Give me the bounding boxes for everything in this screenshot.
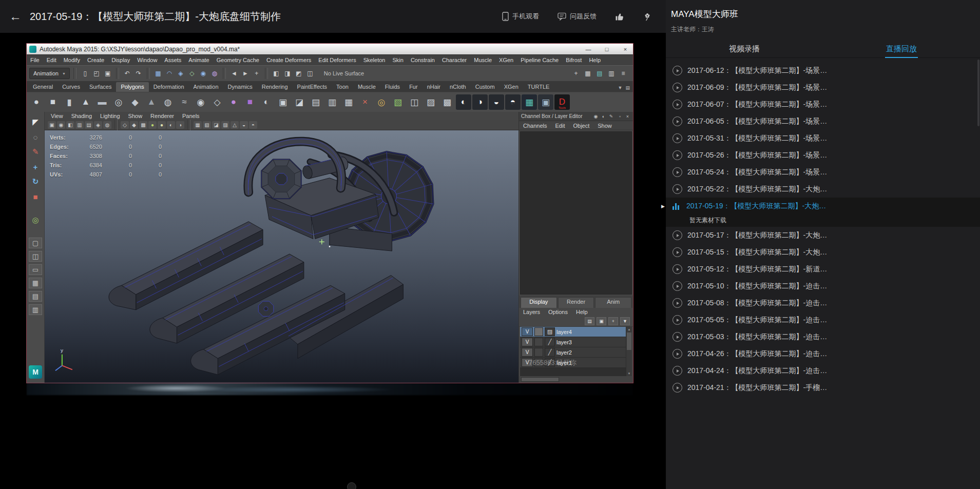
output-connections-icon[interactable]: ► [240, 68, 251, 79]
lock-camera-icon[interactable]: ◉ [57, 121, 65, 129]
hyperbolic-icon[interactable]: ✎ [608, 114, 614, 119]
layer-menu-options[interactable]: Options [544, 309, 572, 315]
episode-item[interactable]: 2017-05-12：【模型大师班第二期】-新道… [666, 261, 980, 278]
select-camera-icon[interactable]: ▣ [48, 121, 56, 129]
move-tool-icon[interactable]: + [29, 161, 42, 173]
uv-checker4-icon[interactable]: ◓ [505, 94, 521, 110]
exposure-icon[interactable]: ◒ [240, 121, 248, 129]
xray-joints-icon[interactable]: △ [230, 121, 239, 129]
layer-row-layer2[interactable]: V╱layer2 [520, 347, 626, 358]
panel-float-icon[interactable]: ▫ [617, 114, 623, 119]
platonic-solid-icon[interactable]: ◇ [209, 94, 225, 110]
poly-cube-icon[interactable]: ■ [45, 94, 61, 110]
episode-item[interactable]: 2017-06-12：【模型大师班第二期】-场景… [666, 62, 980, 79]
layer-visibility-toggle[interactable]: V [522, 338, 533, 346]
shelf-tab-polygons[interactable]: Polygons [116, 82, 148, 92]
layer-row-layer4[interactable]: V▨layer4 [520, 327, 626, 337]
layer-hscroll[interactable] [521, 377, 559, 382]
episode-item[interactable]: 2017-04-24：【模型大师班第二期】-迫击… [666, 362, 980, 379]
maya-menu-constrain[interactable]: Constrain [407, 55, 438, 65]
uv-grid-icon[interactable]: ▦ [522, 94, 537, 110]
scale-tool-icon[interactable]: ■ [29, 190, 42, 203]
poly-plane-icon[interactable]: ▬ [94, 94, 110, 110]
wireframe-icon[interactable]: ◇ [121, 121, 129, 129]
episode-item[interactable]: 2017-05-31：【模型大师班第二期】-场景… [666, 130, 980, 147]
crease-icon[interactable]: ▨ [423, 94, 438, 110]
layer-color-swatch-icon[interactable]: ╱ [545, 338, 555, 346]
close-button[interactable]: × [618, 44, 633, 54]
back-button[interactable]: ← [9, 10, 22, 23]
image-plane-icon[interactable]: ▤ [85, 121, 93, 129]
snap-surface-icon[interactable]: ◉ [198, 68, 208, 79]
ambient-occlusion-icon[interactable]: ◐ [167, 121, 175, 129]
scroll-up-icon[interactable]: ▲ [626, 327, 632, 332]
oversampling-icon[interactable]: ◍ [103, 121, 111, 129]
video-surface[interactable]: Autodesk Maya 2015: G:\XSJY\lesson\dapao… [0, 33, 666, 489]
episode-item[interactable]: 2017-05-17：【模型大师班第二期】-大炮… [666, 227, 980, 244]
layer-row-layer3[interactable]: V╱layer3 [520, 337, 626, 347]
episode-item[interactable]: 2017-06-07：【模型大师班第二期】-场景… [666, 96, 980, 113]
combine-icon[interactable]: ▣ [275, 94, 291, 110]
shelf-tab-general[interactable]: General [28, 82, 57, 92]
poly-prism-icon[interactable]: ◆ [127, 94, 143, 110]
maya-menu-bifrost[interactable]: Bifrost [562, 55, 585, 65]
motion-blur-icon[interactable]: ◑ [176, 121, 184, 129]
scroll-down-icon[interactable]: ▼ [626, 371, 632, 376]
paint-select-tool-icon[interactable]: ✎ [29, 146, 42, 158]
panel-menu-renderer[interactable]: Renderer [146, 113, 178, 119]
frame-icon[interactable]: ▣ [538, 94, 553, 110]
live-surface-icon[interactable]: ◍ [209, 68, 220, 79]
use-all-lights-icon[interactable]: ● [148, 121, 157, 129]
layer-visibility-toggle[interactable]: V [522, 348, 533, 357]
flower-button[interactable] [643, 12, 651, 21]
layer-scrollbar[interactable]: ▲ ▼ [626, 327, 632, 376]
select-tool-icon[interactable]: ◤ [29, 116, 42, 128]
shelf-tab-nhair[interactable]: nHair [422, 82, 445, 92]
bookmark-icon[interactable]: ▥ [75, 121, 84, 129]
shelf-tab-xgen[interactable]: XGen [499, 82, 523, 92]
snap-curve-icon[interactable]: ◠ [164, 68, 175, 79]
panel-close-icon[interactable]: × [624, 114, 631, 119]
normals-icon[interactable]: ▩ [439, 94, 455, 110]
rotate-tool-icon[interactable]: ↻ [29, 175, 42, 188]
xray-icon[interactable]: ▨ [221, 121, 229, 129]
scroll-thumb[interactable] [627, 332, 631, 350]
new-scene-icon[interactable]: ▯ [80, 68, 90, 79]
grid-toggle-icon[interactable]: ▦ [583, 68, 593, 79]
maya-menu-create-deformers[interactable]: Create Deformers [263, 55, 315, 65]
3d-viewport[interactable]: Verts:327600Edges:652000Faces:330800Tris… [45, 130, 518, 383]
uv-checker3-icon[interactable]: ◒ [489, 94, 504, 110]
shelf-tab-fluids[interactable]: Fluids [380, 82, 405, 92]
menu-toggle-icon[interactable]: ≡ [618, 68, 628, 79]
maya-menu-edit[interactable]: Edit [43, 55, 60, 65]
panel-menu-view[interactable]: View [47, 113, 67, 119]
layer-tab-anim[interactable]: Anim [595, 297, 631, 308]
episode-item[interactable]: 2017-05-26：【模型大师班第二期】-场景… [666, 147, 980, 164]
uv-checker2-icon[interactable]: ◑ [472, 94, 488, 110]
undo-icon[interactable]: ↶ [122, 68, 132, 79]
show-manipulator-icon[interactable]: + [571, 68, 581, 79]
layer-tab-display[interactable]: Display [521, 297, 557, 308]
textured-icon[interactable]: ▩ [139, 121, 147, 129]
maya-menu-character[interactable]: Character [438, 55, 470, 65]
uv-checker1-icon[interactable]: ◐ [456, 94, 471, 110]
maya-logo-icon[interactable]: M [29, 365, 42, 379]
panel-menu-lighting[interactable]: Lighting [96, 113, 124, 119]
shelf-tab-curves[interactable]: Curves [57, 82, 85, 92]
quad-dra w-icon[interactable]: ▧ [390, 94, 406, 110]
layer-menu-help[interactable]: Help [572, 309, 592, 315]
shelf-tab-dynamics[interactable]: Dynamics [223, 82, 257, 92]
layout-three-split-icon[interactable]: ▤ [29, 291, 42, 302]
layer-from-selected-icon[interactable]: ▼ [620, 317, 630, 325]
d-tools-icon[interactable]: DTools [554, 94, 570, 110]
maya-menu-modify[interactable]: Modify [60, 55, 84, 65]
player-control-hint[interactable] [347, 482, 356, 489]
save-scene-icon[interactable]: ▣ [103, 68, 113, 79]
layout-four-pane-icon[interactable]: ▦ [29, 278, 42, 288]
shelf-tab-ncloth[interactable]: nCloth [445, 82, 471, 92]
maya-titlebar[interactable]: Autodesk Maya 2015: G:\XSJY\lesson\dapao… [27, 44, 633, 54]
layout-two-stacked-icon[interactable]: ▭ [29, 264, 42, 275]
shelf-editor-icon[interactable]: ▤ [625, 85, 630, 90]
2d-pan-zoom-icon[interactable]: ◈ [94, 121, 102, 129]
episode-item[interactable]: 2017-05-15：【模型大师班第二期】-大炮… [666, 244, 980, 261]
